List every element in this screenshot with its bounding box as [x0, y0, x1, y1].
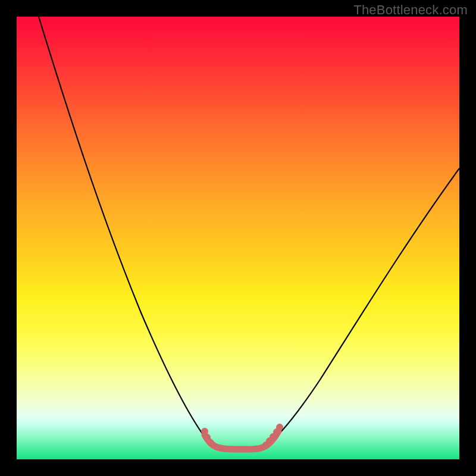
- svg-point-7: [277, 424, 283, 431]
- svg-point-2: [208, 440, 214, 446]
- plot-area: [17, 17, 459, 459]
- svg-point-0: [202, 428, 208, 435]
- flat-region-markers: [202, 424, 283, 450]
- curve-path: [39, 17, 459, 448]
- watermark-text: TheBottleneck.com: [353, 2, 468, 18]
- chart-frame: TheBottleneck.com: [0, 0, 476, 476]
- bottleneck-curve: [17, 17, 459, 459]
